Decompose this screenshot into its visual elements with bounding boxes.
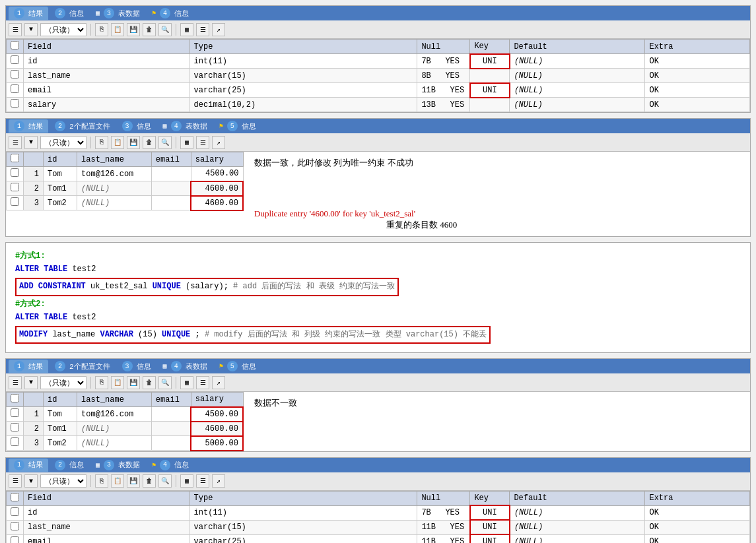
toolbar-export[interactable]: ↗ [212,23,225,36]
tab-bar-2: 1 结果 2 2个配置文件 3 信息 ▦ 4 表数据 ⚑ 5 信息 [6,119,750,133]
tab-2-results[interactable]: 1 结果 [9,119,48,133]
toolbar-paste[interactable]: 📋 [111,23,124,36]
toolbar2-readonly[interactable]: （只读） [40,136,86,149]
tab-4-tabledata[interactable]: ▦ 3 表数据 [90,459,145,472]
toolbar3-copy[interactable]: ⎘ [95,376,108,389]
toolbar4-div1 [90,475,91,487]
tab-4-results[interactable]: 1 结果 [9,459,48,472]
toolbar2-export[interactable]: ↗ [212,136,225,149]
tab-1-tabledata[interactable]: ▦ 3 表数据 [90,7,145,20]
toolbar4-grid[interactable]: ▦ [180,474,193,488]
tab-2-info[interactable]: 3 信息 [117,119,156,133]
cell-lastname: (NULL) [77,181,152,196]
tab-4-info-label: 信息 [69,460,84,470]
col-default: Default [510,40,645,54]
code-box-1: ADD CONSTRAINT uk_test2_sal UNIQUE (sala… [15,278,399,296]
tab-bar-4: 1 结果 2 信息 ▦ 3 表数据 ⚑ 4 信息 [6,458,750,472]
tab-2-info2[interactable]: ⚑ 5 信息 [214,119,261,133]
toolbar3-div2 [176,377,176,389]
toolbar2-delete[interactable]: 🗑 [143,136,156,149]
toolbar-dropdown[interactable]: ▼ [24,23,38,36]
col-key: Key [470,40,510,54]
tab-3-tabledata[interactable]: ▦ 4 表数据 [158,360,213,373]
select-all-checkbox[interactable] [11,41,19,49]
col4-field: Field [24,491,190,505]
toolbar-filter[interactable]: 🔍 [158,23,172,36]
toolbar2-save[interactable]: 💾 [127,136,140,149]
toolbar4-list[interactable]: ☰ [196,474,209,488]
tab-bar-3: 1 结果 2 2个配置文件 3 信息 ▦ 4 表数据 ⚑ 5 信息 [6,359,750,373]
col3-email: email [151,393,191,407]
toolbar3-filter[interactable]: 🔍 [158,376,172,389]
toolbar4-delete[interactable]: 🗑 [143,474,156,488]
table-row: 1 Tom tom@126.com 4500.00 [7,407,244,422]
code-section: #方式1: ALTER TABLE test2 ADD CONSTRAINT u… [5,242,751,353]
cell-id: Tom2 [44,196,77,210]
tab-1-results-label: 结果 [28,9,43,18]
null-salary: 13B YES [417,98,470,112]
toolbar2-menu[interactable]: ☰ [9,136,22,149]
toolbar3-save[interactable]: 💾 [127,376,140,389]
toolbar3-list[interactable]: ☰ [196,376,209,389]
toolbar-readonly-select[interactable]: （只读） [40,23,86,36]
toolbar-list[interactable]: ☰ [196,23,209,36]
schema-table-4: Field Type Null Key Default Extra id int… [6,491,750,543]
col4-extra: Extra [645,491,750,505]
col2-email: email [151,152,191,167]
code-comment-2: #方式2: [15,298,741,311]
toolbar3-readonly[interactable]: （只读） [40,376,86,389]
toolbar4-filter[interactable]: 🔍 [158,474,172,488]
tab-3-results[interactable]: 1 结果 [9,360,48,373]
null-email: 11B YES [417,83,470,98]
type-id: int(11) [189,54,417,69]
col2-id: id [44,152,77,167]
toolbar2-dropdown[interactable]: ▼ [24,136,38,149]
toolbar3-grid[interactable]: ▦ [180,376,193,389]
toolbar2-copy[interactable]: ⎘ [95,136,108,149]
tab-3-config[interactable]: 2 2个配置文件 [50,360,116,373]
toolbar-grid[interactable]: ▦ [180,23,193,36]
tab-3-info[interactable]: 3 信息 [117,360,156,373]
toolbar2-paste[interactable]: 📋 [111,136,124,149]
toolbar4-dropdown[interactable]: ▼ [24,474,38,488]
toolbar4-copy[interactable]: ⎘ [95,474,108,488]
toolbar3-export[interactable]: ↗ [212,376,225,389]
tab-1-info2[interactable]: ⚑ 4 信息 [147,7,194,20]
toolbar4-save[interactable]: 💾 [127,474,140,488]
toolbar-save[interactable]: 💾 [127,23,140,36]
toolbar4-menu[interactable]: ☰ [9,474,22,488]
cell-id: Tom1 [44,181,77,196]
toolbar3-delete[interactable]: 🗑 [143,376,156,389]
toolbar3-menu[interactable]: ☰ [9,376,22,389]
default-email: (NULL) [510,83,645,98]
toolbar4-paste[interactable]: 📋 [111,474,124,488]
panel2-annotation-area: 数据一致，此时修改 列为唯一约束 不成功 Duplicate entry '46… [244,152,750,236]
extra-salary: OK [645,98,750,112]
tab-3-info2-label: 信息 [242,362,256,371]
tab-1-results[interactable]: 1 结果 [9,7,48,20]
toolbar-menu-btn[interactable]: ☰ [9,23,22,36]
tab-4-info2-label: 信息 [174,460,189,470]
tab-2-config-label: 2个配置文件 [69,121,110,131]
toolbar4-export[interactable]: ↗ [212,474,225,488]
toolbar3-dropdown[interactable]: ▼ [24,376,38,389]
code-add-constraint: ADD CONSTRAINT uk_test2_sal UNIQUE (sala… [15,276,741,297]
type-lastname: varchar(15) [189,69,417,83]
toolbar2-grid[interactable]: ▦ [180,136,193,149]
toolbar3-paste[interactable]: 📋 [111,376,124,389]
tab-1-info2-label: 信息 [174,9,189,18]
tab-3-info2[interactable]: ⚑ 5 信息 [214,360,261,373]
tab-2-tabledata[interactable]: ▦ 4 表数据 [158,119,213,133]
toolbar-copy[interactable]: ⎘ [95,23,108,36]
col-checkbox [7,40,24,54]
tab-2-config[interactable]: 2 2个配置文件 [50,119,116,133]
toolbar2-filter[interactable]: 🔍 [158,136,172,149]
toolbar2-list[interactable]: ☰ [196,136,209,149]
tab-1-info[interactable]: 2 信息 [50,7,89,20]
tab-4-info2[interactable]: ⚑ 4 信息 [147,459,194,472]
tab-4-info[interactable]: 2 信息 [50,459,89,472]
panel2-content: id last_name email salary 1 Tom tom@126.… [6,152,750,236]
toolbar-delete[interactable]: 🗑 [143,23,156,36]
toolbar4-readonly[interactable]: （只读） [40,474,86,488]
table-row: 3 Tom2 (NULL) 4600.00 [7,196,244,210]
